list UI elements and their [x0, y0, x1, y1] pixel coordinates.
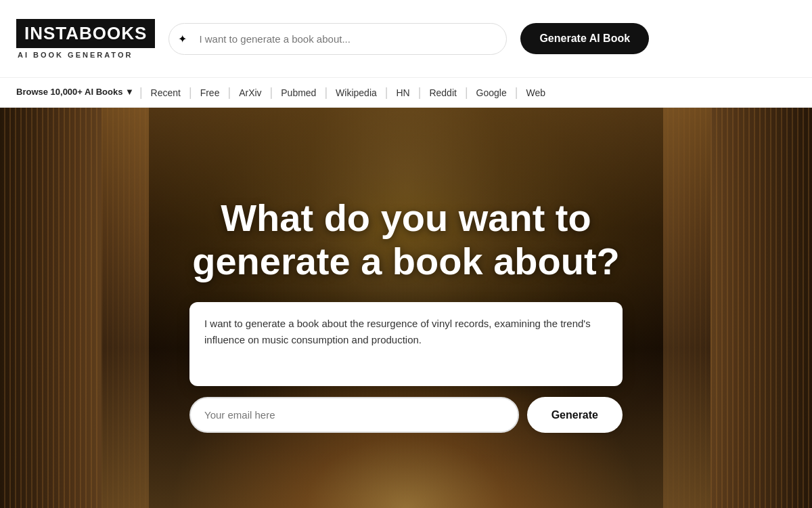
- hero-title: What do you want to generate a book abou…: [183, 196, 629, 284]
- header-search-input[interactable]: [168, 23, 507, 55]
- nav-divider-3: |: [270, 85, 273, 100]
- nav-link-hn[interactable]: HN: [394, 87, 413, 98]
- nav-link-reddit[interactable]: Reddit: [426, 87, 459, 98]
- nav-divider-6: |: [418, 85, 422, 100]
- nav-divider-7: |: [465, 85, 468, 100]
- header-search-bar: ✦: [168, 23, 507, 55]
- email-input[interactable]: [189, 397, 519, 433]
- hero-content: What do you want to generate a book abou…: [0, 183, 812, 433]
- nav-link-web[interactable]: Web: [523, 87, 548, 98]
- nav-divider-0: |: [139, 85, 143, 100]
- nav-link-wikipedia[interactable]: Wikipedia: [333, 87, 380, 98]
- nav-divider-5: |: [385, 85, 388, 100]
- nav-link-free[interactable]: Free: [198, 87, 223, 98]
- nav-link-pubmed[interactable]: Pubmed: [278, 87, 319, 98]
- hero-generate-button[interactable]: Generate: [527, 397, 623, 433]
- nav-divider-2: |: [227, 85, 231, 100]
- logo-subtitle: AI BOOK GENERATOR: [16, 51, 133, 59]
- nav-divider-8: |: [515, 85, 518, 100]
- header: INSTABOOKS AI BOOK GENERATOR ✦ Generate …: [0, 0, 812, 78]
- nav-divider-4: |: [324, 85, 328, 100]
- nav-divider-1: |: [189, 85, 192, 100]
- hero-bottom-row: Generate: [189, 397, 623, 433]
- sparkle-icon: ✦: [178, 33, 187, 45]
- hero-section: What do you want to generate a book abou…: [0, 108, 812, 508]
- nav-link-arxiv[interactable]: ArXiv: [236, 87, 264, 98]
- nav-link-recent[interactable]: Recent: [148, 87, 183, 98]
- nav-bar: Browse 10,000+ AI Books ▼ | Recent | Fre…: [0, 78, 812, 108]
- nav-link-google[interactable]: Google: [474, 87, 510, 98]
- logo-block: INSTABOOKS AI BOOK GENERATOR: [16, 19, 155, 59]
- hero-textarea[interactable]: [204, 316, 608, 370]
- header-generate-button[interactable]: Generate AI Book: [520, 23, 649, 54]
- browse-books-button[interactable]: Browse 10,000+ AI Books ▼: [16, 87, 134, 98]
- hero-textarea-wrap: [189, 302, 623, 386]
- logo-title[interactable]: INSTABOOKS: [16, 19, 155, 48]
